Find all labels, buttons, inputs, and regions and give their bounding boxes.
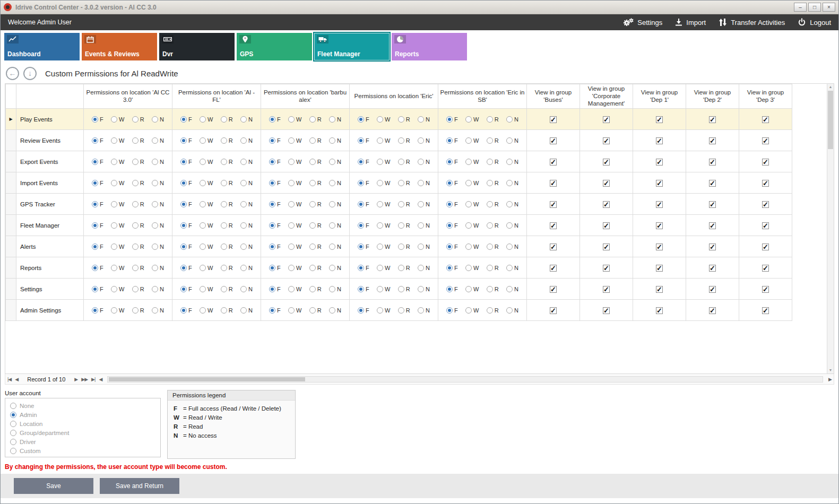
- group-view-checkbox[interactable]: ✓: [709, 137, 716, 144]
- group-view-checkbox[interactable]: ✓: [762, 307, 769, 314]
- permission-radio-n[interactable]: N: [329, 159, 341, 165]
- permission-radio-w[interactable]: W: [288, 265, 301, 271]
- group-view-checkbox[interactable]: ✓: [603, 307, 610, 314]
- permission-radio-r[interactable]: R: [487, 180, 499, 186]
- group-view-checkbox[interactable]: ✓: [762, 180, 769, 187]
- permission-radio-f[interactable]: F: [92, 286, 103, 292]
- group-view-checkbox[interactable]: ✓: [762, 116, 769, 123]
- permission-radio-w[interactable]: W: [465, 116, 479, 123]
- permission-radio-n[interactable]: N: [152, 286, 164, 292]
- permission-radio-w[interactable]: W: [111, 137, 124, 144]
- permission-radio-w[interactable]: W: [200, 244, 213, 250]
- pager-next-page-button[interactable]: ▶▶: [81, 377, 88, 382]
- user-account-option[interactable]: Driver: [10, 437, 155, 446]
- permission-radio-n[interactable]: N: [240, 116, 253, 123]
- permission-radio-n[interactable]: N: [240, 307, 253, 314]
- permission-radio-w[interactable]: W: [465, 307, 479, 314]
- permission-radio-n[interactable]: N: [152, 222, 164, 229]
- permission-radio-f[interactable]: F: [180, 159, 192, 165]
- permission-radio-n[interactable]: N: [152, 201, 164, 207]
- permission-radio-n[interactable]: N: [418, 159, 430, 165]
- back-button[interactable]: ←: [6, 67, 19, 80]
- permission-radio-f[interactable]: F: [269, 222, 281, 229]
- permission-radio-n[interactable]: N: [152, 265, 164, 271]
- permission-radio-f[interactable]: F: [446, 286, 458, 292]
- tab-gps[interactable]: GPS: [237, 33, 312, 60]
- permission-radio-f[interactable]: F: [269, 159, 281, 165]
- group-view-checkbox[interactable]: ✓: [550, 222, 557, 229]
- permission-radio-r[interactable]: R: [221, 116, 233, 123]
- location-column-header[interactable]: Permissions on location 'barbu alex': [261, 84, 350, 109]
- permission-radio-n[interactable]: N: [152, 116, 164, 123]
- permission-radio-f[interactable]: F: [92, 307, 103, 314]
- permission-name[interactable]: Review Events: [16, 130, 84, 151]
- permission-radio-r[interactable]: R: [132, 201, 144, 207]
- permission-radio-n[interactable]: N: [152, 180, 164, 186]
- group-column-header[interactable]: View in group 'Dep 1': [633, 84, 686, 109]
- permission-radio-f[interactable]: F: [446, 307, 458, 314]
- permission-radio-w[interactable]: W: [111, 265, 124, 271]
- permission-radio-n[interactable]: N: [418, 137, 430, 144]
- permission-radio-n[interactable]: N: [240, 244, 253, 250]
- group-view-checkbox[interactable]: ✓: [603, 244, 610, 250]
- permission-radio-n[interactable]: N: [329, 244, 341, 250]
- permission-name[interactable]: Export Events: [16, 151, 84, 172]
- group-view-checkbox[interactable]: ✓: [656, 222, 663, 229]
- permission-radio-n[interactable]: N: [329, 307, 341, 314]
- permission-radio-w[interactable]: W: [465, 180, 479, 186]
- permission-radio-r[interactable]: R: [487, 244, 499, 250]
- permission-radio-n[interactable]: N: [329, 265, 341, 271]
- permission-radio-n[interactable]: N: [418, 244, 430, 250]
- group-view-checkbox[interactable]: ✓: [709, 201, 716, 208]
- group-view-checkbox[interactable]: ✓: [656, 286, 663, 293]
- user-account-option[interactable]: Group/department: [10, 428, 155, 437]
- permission-radio-f[interactable]: F: [92, 116, 103, 123]
- group-column-header[interactable]: View in group 'Dep 3': [739, 84, 792, 109]
- location-column-header[interactable]: Permissions on location 'Al CC 3.0': [84, 84, 172, 109]
- group-view-checkbox[interactable]: ✓: [656, 307, 663, 314]
- logout-button[interactable]: Logout: [798, 18, 831, 27]
- permission-radio-w[interactable]: W: [200, 286, 213, 292]
- permission-radio-n[interactable]: N: [329, 286, 341, 292]
- permission-radio-w[interactable]: W: [465, 244, 479, 250]
- permission-radio-w[interactable]: W: [377, 201, 390, 207]
- permission-radio-f[interactable]: F: [180, 180, 192, 186]
- permission-radio-f[interactable]: F: [269, 116, 281, 123]
- permission-radio-w[interactable]: W: [288, 159, 301, 165]
- permission-radio-r[interactable]: R: [309, 244, 322, 250]
- permission-radio-w[interactable]: W: [111, 201, 124, 207]
- permission-radio-w[interactable]: W: [377, 137, 390, 144]
- permission-radio-f[interactable]: F: [180, 116, 192, 123]
- permission-radio-r[interactable]: R: [398, 265, 410, 271]
- permission-radio-f[interactable]: F: [358, 307, 369, 314]
- permission-radio-w[interactable]: W: [288, 116, 301, 123]
- permission-radio-r[interactable]: R: [221, 307, 233, 314]
- permission-radio-f[interactable]: F: [358, 244, 369, 250]
- permission-radio-n[interactable]: N: [329, 201, 341, 207]
- permission-radio-w[interactable]: W: [200, 201, 213, 207]
- maximize-button[interactable]: □: [808, 3, 821, 12]
- permission-radio-f[interactable]: F: [180, 244, 192, 250]
- group-view-checkbox[interactable]: ✓: [709, 222, 716, 229]
- permission-radio-w[interactable]: W: [465, 265, 479, 271]
- permission-radio-w[interactable]: W: [288, 286, 301, 292]
- permission-radio-n[interactable]: N: [240, 286, 253, 292]
- permission-radio-w[interactable]: W: [377, 180, 390, 186]
- permission-radio-n[interactable]: N: [152, 244, 164, 250]
- permission-radio-r[interactable]: R: [132, 180, 144, 186]
- permission-radio-r[interactable]: R: [221, 286, 233, 292]
- permission-radio-n[interactable]: N: [506, 137, 518, 144]
- tab-dashboard[interactable]: Dashboard: [4, 33, 80, 60]
- permission-radio-f[interactable]: F: [180, 307, 192, 314]
- permission-radio-r[interactable]: R: [487, 116, 499, 123]
- permission-radio-r[interactable]: R: [398, 307, 410, 314]
- hscroll-left-arrow[interactable]: ◀: [99, 377, 102, 382]
- user-account-option[interactable]: Admin: [10, 410, 155, 419]
- group-view-checkbox[interactable]: ✓: [603, 137, 610, 144]
- permission-radio-r[interactable]: R: [309, 116, 322, 123]
- group-column-header[interactable]: View in group 'Corporate Management': [580, 84, 633, 109]
- settings-button[interactable]: Settings: [624, 18, 662, 27]
- location-column-header[interactable]: Permissions on location 'Eric': [350, 84, 438, 109]
- permission-radio-f[interactable]: F: [92, 222, 103, 229]
- permission-radio-n[interactable]: N: [506, 286, 518, 292]
